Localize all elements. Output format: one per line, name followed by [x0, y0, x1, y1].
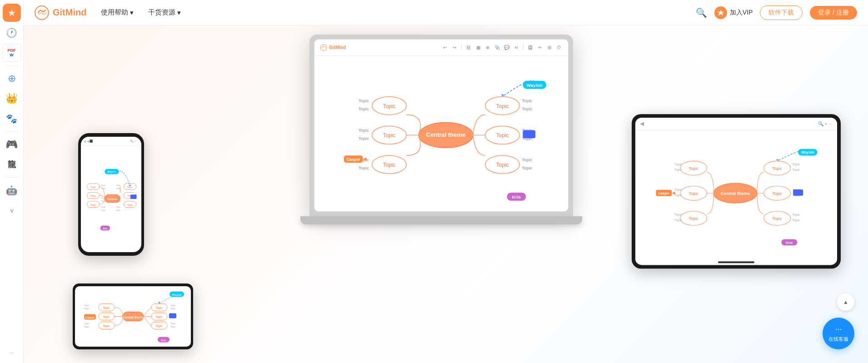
nav-help[interactable]: 使用帮助 ▾	[101, 8, 134, 17]
svg-text:Topic: Topic	[116, 209, 121, 211]
svg-text:Topic: Topic	[522, 157, 532, 162]
sidebar-icon-paw[interactable]: 🐾	[3, 109, 21, 128]
sidebar-icon-dragon[interactable]: 龍	[3, 155, 21, 174]
svg-text:Kris: Kris	[512, 194, 521, 199]
svg-text:Waylon: Waylon	[527, 83, 543, 88]
sidebar-icon-crown[interactable]: 👑	[3, 90, 21, 108]
svg-text:Topic: Topic	[116, 206, 121, 208]
svg-text:Waylon: Waylon	[108, 170, 116, 173]
laptop-device: GitMind ↩ ↪ ⛓ ▦ ⊕ 📎 💬 A	[309, 35, 582, 224]
svg-text:Topic: Topic	[84, 325, 90, 328]
toolbar-icons: ↩ ↪ ⛓ ▦ ⊕ 📎 💬 AI 🖼	[441, 44, 563, 51]
logo-text: GitMind	[53, 7, 86, 18]
svg-marker-136	[672, 191, 675, 194]
svg-point-68	[320, 45, 327, 51]
devices-container: ◀ ◀ ⬛ 🔍 ≡ ··· Central Top	[24, 25, 868, 363]
vip-button[interactable]: 加入VIP	[714, 6, 753, 19]
svg-text:Topic: Topic	[674, 187, 683, 191]
svg-text:Topic: Topic	[103, 324, 110, 328]
sidebar-divider-1	[5, 65, 19, 66]
nav-resources[interactable]: 干货资源 ▾	[148, 8, 181, 17]
search-icon[interactable]: 🔍	[696, 7, 707, 18]
toolbar-redo[interactable]: ↪	[451, 44, 458, 51]
small-tablet-frame: Central theme Topic Topic Topic Topic	[73, 283, 193, 349]
toolbar-undo[interactable]: ↩	[441, 44, 449, 51]
svg-text:Topic: Topic	[674, 162, 683, 166]
svg-text:Topic: Topic	[84, 304, 90, 307]
svg-text:Waylon: Waylon	[801, 150, 814, 154]
hero-section: ◀ ◀ ⬛ 🔍 ≡ ··· Central Top	[24, 25, 868, 363]
toolbar-table[interactable]: ▦	[474, 44, 482, 51]
svg-text:Topic: Topic	[674, 218, 683, 222]
svg-text:Topic: Topic	[792, 168, 800, 172]
top-navigation: GitMind 使用帮助 ▾ 干货资源 ▾ 🔍 加入VIP 软件下载 登录 / …	[24, 0, 868, 25]
svg-text:Topic: Topic	[792, 162, 800, 166]
svg-text:Topic: Topic	[688, 216, 698, 221]
small-tablet-screen: Central theme Topic Topic Topic Topic	[75, 286, 191, 347]
svg-text:Topic: Topic	[496, 103, 509, 109]
sidebar-icon-share[interactable]: ⊕	[3, 70, 21, 88]
svg-text:Topic: Topic	[116, 184, 121, 186]
svg-text:Topic: Topic	[688, 166, 698, 170]
toolbar-comment[interactable]: 💬	[503, 44, 510, 51]
svg-text:Topic: Topic	[84, 322, 90, 325]
svg-text:Topic: Topic	[383, 132, 395, 139]
svg-text:Topic: Topic	[170, 307, 176, 310]
sidebar-icon-star[interactable]: ★	[3, 4, 21, 22]
toolbar-formula[interactable]: ⊕	[484, 44, 491, 51]
sidebar-icon-pdf[interactable]: PDF W	[3, 44, 21, 62]
scroll-up-button[interactable]: ▲	[837, 293, 854, 311]
svg-text:Topic: Topic	[155, 315, 163, 319]
toolbar-attach[interactable]: 📎	[494, 44, 501, 51]
svg-text:Topic: Topic	[155, 324, 163, 328]
phone-frame: ◀ ◀ ⬛ 🔍 ≡ ··· Central Top	[78, 133, 144, 256]
sidebar-icon-game[interactable]: 🎮	[3, 135, 21, 154]
svg-text:Topic: Topic	[674, 168, 683, 172]
nav-right-section: 🔍 加入VIP 软件下载 登录 / 注册	[696, 5, 857, 20]
svg-text:Topic: Topic	[101, 199, 106, 202]
svg-text:Topic: Topic	[522, 106, 532, 111]
svg-text:Topic: Topic	[688, 191, 698, 195]
phone-device: ◀ ◀ ⬛ 🔍 ≡ ··· Central Top	[78, 133, 144, 256]
login-button[interactable]: 登录 / 注册	[810, 6, 857, 20]
svg-text:Topic: Topic	[170, 304, 176, 307]
svg-text:Topic: Topic	[101, 209, 106, 211]
sidebar: ★ 🕐 PDF W ⊕ 👑 🐾 🎮 龍 🤖 ∨ ···	[0, 0, 24, 363]
svg-text:Topic: Topic	[90, 194, 96, 197]
logo[interactable]: GitMind	[35, 5, 86, 20]
toolbar-style[interactable]: ✏	[536, 44, 544, 51]
svg-text:Topic: Topic	[359, 165, 369, 170]
svg-text:Casper: Casper	[658, 191, 669, 195]
laptop-toolbar: GitMind ↩ ↪ ⛓ ▦ ⊕ 📎 💬 A	[314, 40, 568, 56]
sidebar-icon-clock[interactable]: 🕐	[3, 24, 21, 42]
toolbar-clock2[interactable]: ⏱	[555, 44, 563, 51]
svg-text:Central theme: Central theme	[426, 131, 465, 138]
svg-rect-33	[130, 194, 137, 199]
chat-icon: ···	[835, 324, 842, 334]
laptop-frame: GitMind ↩ ↪ ⛓ ▦ ⊕ 📎 💬 A	[309, 35, 573, 216]
download-button[interactable]: 软件下载	[760, 5, 803, 20]
svg-text:Topic: Topic	[674, 193, 683, 197]
svg-text:Topic: Topic	[792, 218, 800, 222]
svg-text:Topic: Topic	[116, 197, 121, 199]
toolbar-image[interactable]: 🖼	[527, 44, 534, 51]
phone-screen: ◀ ◀ ⬛ 🔍 ≡ ··· Central Top	[81, 137, 141, 252]
phone-mindmap: Central Topic Topic Topic Topic	[81, 146, 141, 252]
sidebar-more-dots[interactable]: ···	[9, 349, 14, 356]
toolbar-more2[interactable]: ⊞	[546, 44, 553, 51]
svg-text:Kris: Kris	[103, 228, 108, 230]
toolbar-ai[interactable]: AI	[513, 44, 520, 51]
svg-text:Topic: Topic	[383, 103, 395, 109]
sidebar-chevron-down[interactable]: ∨	[3, 201, 21, 219]
svg-text:Topic: Topic	[90, 203, 96, 206]
svg-text:Topic: Topic	[170, 322, 176, 325]
svg-text:Topic: Topic	[359, 128, 369, 133]
svg-text:Topic: Topic	[359, 106, 369, 111]
sidebar-icon-robot[interactable]: 🤖	[3, 181, 21, 199]
svg-text:Topic: Topic	[792, 212, 800, 216]
svg-text:Topic: Topic	[103, 315, 110, 319]
toolbar-link[interactable]: ⛓	[465, 44, 472, 51]
chat-bubble[interactable]: ··· 在线客服	[823, 318, 854, 349]
svg-text:Central theme: Central theme	[721, 190, 750, 195]
svg-text:Topic: Topic	[90, 185, 96, 188]
